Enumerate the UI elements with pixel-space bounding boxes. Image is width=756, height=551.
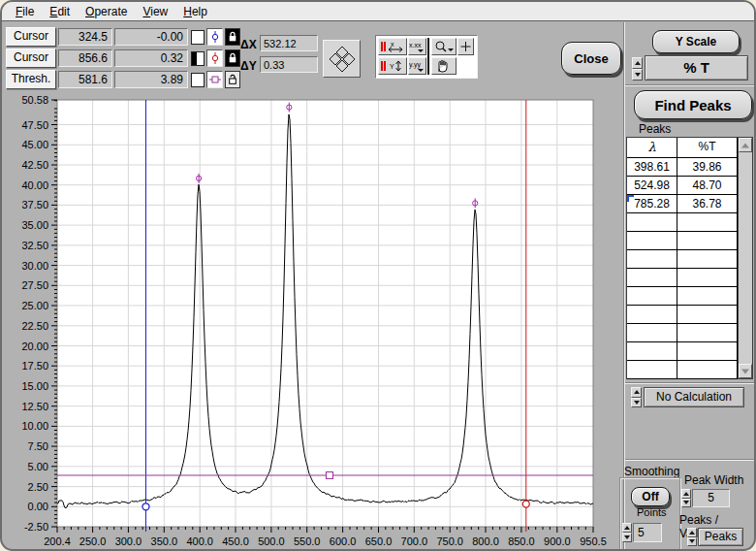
table-row[interactable] xyxy=(627,361,752,379)
percent-t-column-header[interactable]: %T xyxy=(677,138,738,157)
table-row[interactable] xyxy=(627,287,752,306)
menu-help[interactable]: Help xyxy=(175,4,215,19)
y-scale-button[interactable]: Y Scale xyxy=(652,30,740,53)
table-row[interactable]: 524.9848.70 xyxy=(627,177,752,195)
table-row[interactable]: 785.2836.78 xyxy=(627,195,752,213)
spin-down-icon[interactable] xyxy=(631,398,642,408)
spin-up-icon[interactable] xyxy=(687,528,697,537)
cursor2-style-icon[interactable] xyxy=(206,49,223,67)
table-cell[interactable] xyxy=(677,250,738,269)
peaks-valleys-select[interactable]: Peaks xyxy=(698,528,743,546)
scroll-up-icon[interactable] xyxy=(739,138,752,152)
table-row[interactable] xyxy=(627,232,752,250)
points-spinner[interactable] xyxy=(622,523,632,542)
spin-up-icon[interactable] xyxy=(622,523,632,533)
pan-hand-icon[interactable] xyxy=(431,57,457,75)
cursor2-x-value[interactable]: 856.6 xyxy=(58,49,112,67)
spin-down-icon[interactable] xyxy=(681,499,691,508)
smoothing-off-button[interactable]: Off xyxy=(631,487,670,506)
cursor1-style-icon[interactable] xyxy=(206,28,223,46)
menu-operate[interactable]: Operate xyxy=(78,4,135,19)
cursor-marker-2[interactable] xyxy=(522,501,529,507)
plot-area[interactable] xyxy=(57,100,593,527)
y-scale-ring[interactable]: % T xyxy=(645,55,748,81)
close-button[interactable]: Close xyxy=(561,42,621,75)
table-row[interactable] xyxy=(627,269,752,287)
threshold-marker[interactable] xyxy=(327,472,333,479)
table-cell[interactable] xyxy=(677,232,738,250)
table-cell[interactable] xyxy=(627,250,677,269)
menu-edit[interactable]: Edit xyxy=(42,4,78,19)
cursor1-name-button[interactable]: Cursor xyxy=(6,27,56,47)
table-cell[interactable]: 39.86 xyxy=(677,158,738,177)
table-cell[interactable]: 36.78 xyxy=(677,195,738,213)
cursor2-swatch[interactable] xyxy=(191,51,205,66)
spin-up-icon[interactable] xyxy=(632,57,643,69)
cursor1-y-value[interactable]: -0.00 xyxy=(114,28,188,46)
table-cell[interactable] xyxy=(677,213,738,232)
threshold-swatch[interactable] xyxy=(191,73,205,87)
peaks-valleys-spinner[interactable] xyxy=(687,528,697,546)
menu-view[interactable]: View xyxy=(135,4,175,19)
cursor1-x-value[interactable]: 324.5 xyxy=(58,28,112,46)
spin-down-icon[interactable] xyxy=(687,537,697,547)
cursor2-y-value[interactable]: 0.32 xyxy=(114,49,188,67)
spin-down-icon[interactable] xyxy=(632,69,643,81)
cursor-mover-diamond-icon[interactable] xyxy=(323,40,361,78)
spin-up-icon[interactable] xyxy=(631,387,642,398)
table-cell[interactable] xyxy=(627,287,677,306)
cursor2-lock-icon[interactable] xyxy=(225,49,240,67)
autoscale-x-icon[interactable]: x xyxy=(378,38,407,55)
table-cell[interactable] xyxy=(627,232,677,250)
peak-width-input[interactable]: 5 xyxy=(692,489,730,507)
zoom-magnifier-icon[interactable] xyxy=(431,38,457,55)
cursor2-name-button[interactable]: Cursor xyxy=(6,49,56,68)
table-cell[interactable] xyxy=(627,306,677,324)
threshold-unlock-icon[interactable] xyxy=(225,71,240,88)
spin-down-icon[interactable] xyxy=(622,533,632,542)
table-row[interactable] xyxy=(627,306,752,324)
threshold-x-value[interactable]: 581.6 xyxy=(58,71,112,88)
table-cell[interactable] xyxy=(677,306,738,324)
threshold-y-value[interactable]: 3.89 xyxy=(114,71,188,88)
table-row[interactable] xyxy=(627,342,752,361)
table-row[interactable] xyxy=(627,324,752,342)
table-cell[interactable] xyxy=(677,287,738,306)
table-cell[interactable] xyxy=(677,342,738,361)
table-cell[interactable]: 524.98 xyxy=(627,177,677,195)
table-cell[interactable] xyxy=(627,342,677,361)
table-row[interactable] xyxy=(627,250,752,269)
menu-file[interactable]: File xyxy=(8,4,42,19)
y-precision-icon[interactable]: y.yy xyxy=(408,57,426,75)
peak-width-spinner[interactable] xyxy=(681,489,691,507)
table-cell[interactable] xyxy=(677,269,738,287)
lambda-column-header[interactable]: λ xyxy=(627,138,677,157)
points-input[interactable]: 5 xyxy=(633,523,662,542)
find-peaks-button[interactable]: Find Peaks xyxy=(634,90,752,119)
table-cell[interactable] xyxy=(627,213,677,232)
spin-up-icon[interactable] xyxy=(681,489,691,499)
cursor1-lock-icon[interactable] xyxy=(225,28,240,46)
table-cell[interactable]: 48.70 xyxy=(677,177,738,195)
threshold-name-button[interactable]: Thresh. xyxy=(6,70,56,89)
table-cell[interactable]: 398.61 xyxy=(627,158,677,177)
calculation-spinner[interactable] xyxy=(631,387,642,407)
x-precision-icon[interactable]: x.xx xyxy=(408,38,426,55)
autoscale-y-icon[interactable]: Y xyxy=(378,57,407,75)
table-scrollbar[interactable] xyxy=(738,138,752,378)
y-scale-spinner[interactable] xyxy=(632,57,643,81)
table-row[interactable] xyxy=(627,213,752,232)
threshold-style-icon[interactable] xyxy=(206,71,223,88)
table-cell[interactable] xyxy=(627,269,677,287)
table-cell[interactable] xyxy=(677,324,738,342)
calculation-select[interactable]: No Calculation xyxy=(644,387,744,407)
table-cell[interactable] xyxy=(627,324,677,342)
cursor-marker-1[interactable] xyxy=(142,503,149,510)
table-cell[interactable] xyxy=(627,361,677,379)
crosshair-tool-icon[interactable] xyxy=(457,38,474,55)
table-cell[interactable]: 785.28 xyxy=(627,195,677,213)
cursor1-swatch[interactable] xyxy=(191,30,205,45)
table-cell[interactable] xyxy=(677,361,738,379)
table-row[interactable]: 398.6139.86 xyxy=(627,158,752,177)
scroll-down-icon[interactable] xyxy=(739,364,752,378)
